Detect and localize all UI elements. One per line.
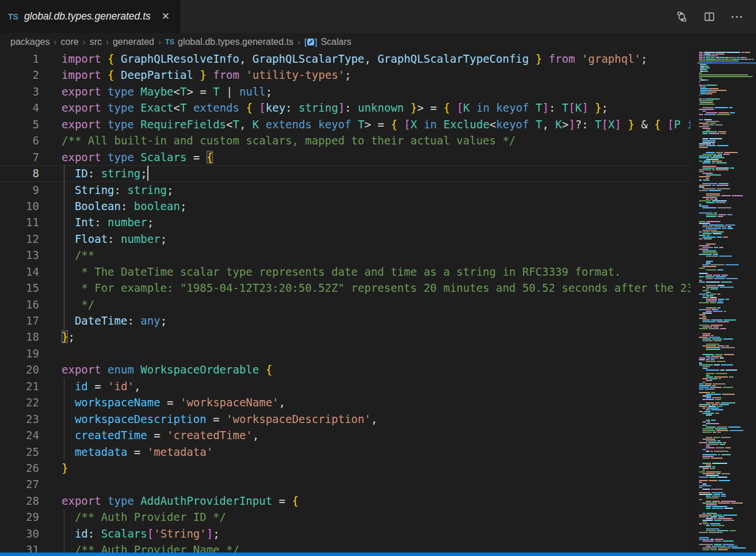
code-line[interactable]: 30 id: Scalars['String']; [0,525,697,542]
code-token: T [536,118,542,131]
breadcrumb-item-core[interactable]: core [61,37,79,47]
code-token [101,151,108,163]
code-line[interactable]: 22 workspaceName = 'workspaceName', [0,394,697,410]
code-token: Scalars [101,527,147,540]
code-line[interactable]: 8 ID: string; [0,165,697,181]
code-token: type [108,85,134,98]
code-line[interactable]: 11 Int: number; [0,214,697,230]
minimap[interactable] [697,51,756,553]
breadcrumb-item-packages[interactable]: packages [10,37,50,47]
code-token: unknown [358,101,404,114]
code-token: ; [161,233,167,245]
code-line[interactable]: 17 DateTime: any; [0,313,697,329]
code-line[interactable]: 3export type Maybe<T> = T | null; [0,83,697,100]
code-line[interactable]: 12 Float: number; [0,231,697,247]
breadcrumb-item-scalars[interactable]: []Scalars [304,37,352,47]
code-line[interactable]: 6/** All built-in and custom scalars, ma… [0,132,697,148]
symbol-type-icon: [] [304,37,317,47]
code-token: in [476,101,490,114]
code-token: number [121,233,161,245]
code-token [417,118,423,131]
code-token [253,101,259,114]
line-number: 2 [0,67,39,83]
text-cursor [147,166,148,181]
code-token: : [88,527,101,540]
more-actions-icon[interactable]: ⋯ [727,7,747,26]
code-token: < [226,118,232,131]
code-token: = [127,445,147,458]
close-tab-icon[interactable]: ✕ [159,10,173,23]
code-token: * For example: "1985-04-12T23:20:50.52Z"… [62,281,693,294]
code-line[interactable]: 15 * For example: "1985-04-12T23:20:50.5… [0,280,697,296]
code-token: < [174,85,180,98]
code-token [114,68,121,81]
code-token: } [200,68,206,81]
code-token: ; [213,527,219,540]
code-token: DateTime [75,314,128,327]
code-token: ; [140,167,147,180]
code-token [186,101,193,114]
code-token: string [101,167,141,180]
code-line[interactable]: 23 workspaceDescription = 'workspaceDesc… [0,411,697,427]
code-token: null [239,85,266,98]
open-changes-icon[interactable] [672,7,692,26]
code-token: } [411,101,417,114]
code-line[interactable]: 1import { GraphQLResolveInfo, GraphQLSca… [0,51,697,67]
code-line[interactable]: 18}; [0,329,697,345]
code-token: X [608,118,614,131]
line-number: 3 [0,83,39,100]
code-line[interactable]: 28export type AddAuthProviderInput = { [0,493,697,509]
code-line[interactable]: 7export type Scalars = { [0,149,697,165]
code-line[interactable]: 14 * The DateTime scalar type represents… [0,264,697,280]
tab-global-db-types[interactable]: TS global.db.types.generated.ts ✕ [0,0,181,33]
code-token [529,101,536,114]
code-token [134,151,140,163]
code-line[interactable]: 19 [0,345,697,361]
vertical-scrollbar[interactable] [690,51,697,553]
code-token: export [62,363,101,376]
split-editor-icon[interactable] [700,7,719,26]
code-token: Maybe [140,85,173,98]
code-line[interactable]: 20export enum WorkspaceOrderable { [0,361,697,378]
code-line[interactable]: 13 /** [0,247,697,263]
line-number: 29 [0,509,39,525]
code-token: Int [75,216,94,229]
line-number: 11 [0,214,39,230]
code-token: ; [147,216,154,229]
line-number: 17 [0,313,39,329]
code-token: T [213,85,219,98]
code-line[interactable]: 24 createdTime = 'createdTime', [0,427,697,443]
breadcrumb-separator: › [297,37,300,47]
code-line[interactable]: 9 String: string; [0,182,697,198]
code-line[interactable]: 27 [0,476,697,492]
code-token: ; [161,314,167,327]
code-line[interactable]: 25 metadata = 'metadata' [0,444,697,460]
code-token: extends [193,101,239,114]
code-token [589,101,595,114]
code-line[interactable]: 26} [0,460,697,476]
code-token: */ [62,298,94,311]
editor-actions: ⋯ [672,0,756,33]
code-line[interactable]: 4export type Exact<T extends { [key: str… [0,100,697,116]
code-token: = [207,413,226,425]
code-token [470,101,476,114]
breadcrumb-separator: › [158,37,161,47]
code-line[interactable]: 10 Boolean: boolean; [0,198,697,214]
code-line[interactable]: 29 /** Auth Provider ID */ [0,509,697,525]
code-area[interactable]: 1import { GraphQLResolveInfo, GraphQLSca… [0,51,697,553]
code-token: [ [601,118,608,131]
code-line[interactable]: 5export type RequireFields<T, K extends … [0,116,697,132]
code-line[interactable]: 21 id = 'id', [0,378,697,394]
line-number: 20 [0,361,39,378]
line-number: 22 [0,394,39,410]
code-token: [ [147,527,154,540]
code-line[interactable]: 31 /** Auth Provider Name */ [0,542,697,553]
breadcrumb-item-global-db-types-generated-ts[interactable]: TSglobal.db.types.generated.ts [165,37,293,47]
breadcrumb-item-generated[interactable]: generated [113,37,154,47]
line-number: 12 [0,231,39,247]
breadcrumb-item-src[interactable]: src [90,37,102,47]
line-number: 4 [0,100,39,116]
code-token: [ [568,101,575,114]
code-line[interactable]: 2import { DeepPartial } from 'utility-ty… [0,67,697,83]
code-line[interactable]: 16 */ [0,296,697,313]
